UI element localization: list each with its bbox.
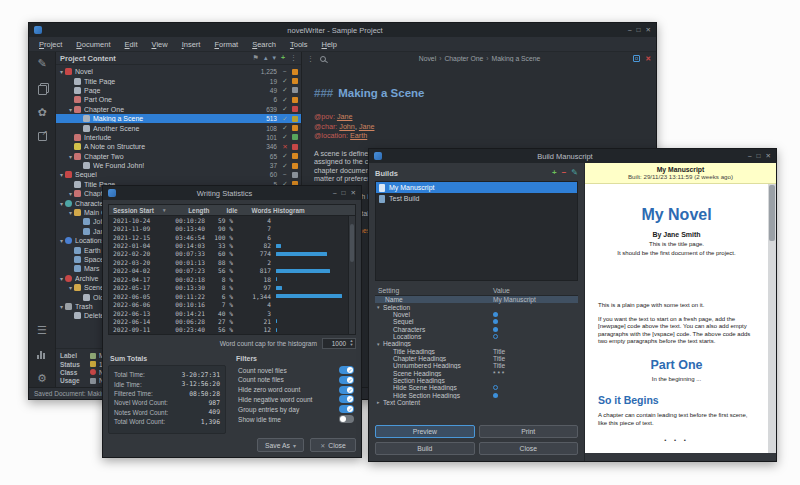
toggle-switch[interactable]: ✓: [339, 415, 354, 423]
meta-reference-link[interactable]: John: [339, 122, 355, 131]
expand-arrow-icon[interactable]: ▾: [377, 304, 383, 310]
menu-edit[interactable]: Edit: [119, 38, 144, 51]
session-row[interactable]: 2021-10-2400:10:2859 %4: [109, 216, 347, 224]
main-titlebar[interactable]: novelWriter - Sample Project – □ ✕: [29, 23, 656, 37]
save-as-button[interactable]: Save As▾: [257, 438, 304, 452]
preview-button[interactable]: Preview: [375, 425, 475, 438]
setting-headings[interactable]: ▾Headings: [375, 340, 578, 347]
menu-search[interactable]: Search: [246, 38, 282, 51]
session-row[interactable]: 2021-12-1503:46:54100 %6: [109, 233, 347, 241]
meta-reference-link[interactable]: Jane: [337, 112, 353, 121]
col-words-histogram[interactable]: Words Histogram: [252, 207, 305, 214]
minus-box-icon[interactable]: −: [281, 68, 289, 75]
check-box-icon[interactable]: ✓: [281, 152, 289, 160]
expand-arrow-icon[interactable]: ▾: [58, 200, 65, 207]
setting-hide-scene-headings[interactable]: Hide Scene Headings: [375, 384, 578, 391]
setting-hide-section-headings[interactable]: Hide Section Headings: [375, 391, 578, 398]
toggle-switch[interactable]: ✓: [339, 376, 354, 384]
cap-value[interactable]: 1000: [323, 340, 348, 347]
tree-item-page[interactable]: Page49✓: [56, 86, 301, 95]
expand-arrow-icon[interactable]: ▾: [67, 190, 74, 197]
move-down-icon[interactable]: ▾: [272, 54, 276, 62]
setting-title-headings[interactable]: Title HeadingsTitle: [375, 347, 578, 354]
maximize-icon[interactable]: □: [637, 26, 641, 34]
col-session-start[interactable]: Session Start: [109, 207, 161, 214]
check-box-icon[interactable]: ✓: [281, 77, 289, 85]
toggle-switch[interactable]: ✓: [339, 405, 354, 413]
tree-item-sequel[interactable]: ▾Sequel60−: [56, 170, 301, 179]
edit-build-icon[interactable]: ✎: [571, 169, 578, 177]
menu-project[interactable]: Project: [33, 38, 68, 51]
close-icon[interactable]: ✕: [351, 189, 356, 197]
session-row[interactable]: 2022-06-0500:11:226 %1,344: [109, 292, 347, 300]
col-length[interactable]: Length: [166, 207, 210, 214]
check-box-icon[interactable]: ✓: [281, 105, 289, 113]
meta-reference-link[interactable]: Jane: [359, 122, 375, 131]
expand-arrow-icon[interactable]: ▾: [67, 284, 74, 291]
cap-spinbox[interactable]: 1000 ▲▼: [322, 338, 356, 349]
setting-text-content[interactable]: ▸Text Content: [375, 399, 578, 406]
editor-menu-kebab-icon[interactable]: ⋮: [307, 55, 314, 63]
setting-name[interactable]: NameMy Manuscript: [375, 296, 578, 303]
maximize-icon[interactable]: □: [757, 152, 761, 160]
table-scrollbar[interactable]: [348, 216, 355, 334]
sessions-rows[interactable]: 2021-10-2400:10:2859 %42021-11-0900:13:4…: [109, 216, 355, 334]
expand-arrow-icon[interactable]: ▾: [67, 209, 74, 216]
session-row[interactable]: 2022-06-1400:06:2827 %21: [109, 317, 347, 325]
setting-novel[interactable]: Novel: [375, 311, 578, 318]
tree-item-making-a-scene[interactable]: Making a Scene513✓: [56, 114, 301, 123]
session-row[interactable]: 2022-05-1700:13:308 %97: [109, 284, 347, 292]
menu-insert[interactable]: Insert: [176, 38, 207, 51]
build-button[interactable]: Build: [375, 442, 475, 455]
tree-item-novel[interactable]: ▾Novel1,225−: [56, 67, 301, 76]
setting-sequel[interactable]: Sequel: [375, 318, 578, 325]
expand-arrow-icon[interactable]: ▾: [58, 68, 65, 75]
close-button[interactable]: Close: [479, 442, 579, 455]
preview-scrollbar[interactable]: [768, 184, 776, 453]
build-item-my-manuscript[interactable]: My Manuscript: [376, 182, 577, 193]
novel-roots-icon[interactable]: ✿: [37, 107, 46, 118]
menu-document[interactable]: Document: [70, 38, 116, 51]
crumb-chapter-one[interactable]: Chapter One: [444, 55, 483, 62]
expand-arrow-icon[interactable]: ▾: [377, 341, 383, 347]
toggle-switch[interactable]: ✓: [339, 395, 354, 403]
session-row[interactable]: 2022-04-0200:07:2356 %817: [109, 267, 347, 275]
session-row[interactable]: 2022-09-1100:23:4056 %12: [109, 326, 347, 334]
tree-item-interlude[interactable]: Interlude101✓: [56, 133, 301, 142]
setting-unnumbered-headings[interactable]: Unnumbered HeadingsTitle: [375, 362, 578, 369]
crumb-making-a-scene[interactable]: Making a Scene: [492, 55, 541, 62]
crumb-novel[interactable]: Novel: [419, 55, 436, 62]
expand-arrow-icon[interactable]: ▾: [58, 275, 65, 282]
manuscript-page[interactable]: My Novel By Jane Smith This is the title…: [585, 184, 768, 453]
toggle-switch[interactable]: ✓: [339, 366, 354, 374]
print-button[interactable]: Print: [479, 425, 579, 438]
close-document-icon[interactable]: ✕: [645, 55, 651, 62]
menu-help[interactable]: Help: [315, 38, 342, 51]
setting-characters[interactable]: Characters: [375, 325, 578, 332]
spinbox-arrows[interactable]: ▲▼: [348, 339, 355, 347]
check-box-icon[interactable]: ✓: [281, 86, 289, 94]
search-icon[interactable]: [320, 56, 326, 62]
tree-item-part-one[interactable]: Part One6✓: [56, 95, 301, 104]
setting-locations[interactable]: Locations: [375, 333, 578, 340]
check-box-icon[interactable]: ✓: [281, 96, 289, 104]
close-icon[interactable]: ✕: [646, 26, 651, 34]
minimize-icon[interactable]: –: [748, 152, 752, 160]
check-box-icon[interactable]: ✓: [281, 124, 289, 132]
expand-arrow-icon[interactable]: ▾: [58, 303, 65, 310]
tree-item-we-found-john-[interactable]: We Found John!37✓: [56, 161, 301, 170]
menu-tools[interactable]: Tools: [284, 38, 314, 51]
cross-box-icon[interactable]: ✕: [281, 143, 289, 151]
stats-titlebar[interactable]: Writing Statistics – □ ✕: [103, 186, 361, 200]
session-row[interactable]: 2022-04-1700:02:188 %18: [109, 275, 347, 283]
tree-item-title-page[interactable]: Title Page19✓: [56, 76, 301, 85]
collapse-arrow-icon[interactable]: ▸: [377, 399, 383, 405]
expand-arrow-icon[interactable]: ▾: [67, 106, 74, 113]
expand-arrow-icon[interactable]: ▾: [58, 237, 65, 244]
tree-item-a-note-on-structure[interactable]: A Note on Structure346✕: [56, 142, 301, 151]
setting-scene-headings[interactable]: Scene Headings* * *: [375, 369, 578, 376]
expand-arrow-icon[interactable]: ▾: [67, 153, 74, 160]
session-row[interactable]: 2021-11-0900:13:4090 %7: [109, 224, 347, 232]
sessions-table-header[interactable]: Session Start▾ Length Idle Words Histogr…: [109, 205, 355, 216]
meta-reference-link[interactable]: Earth: [350, 131, 367, 140]
